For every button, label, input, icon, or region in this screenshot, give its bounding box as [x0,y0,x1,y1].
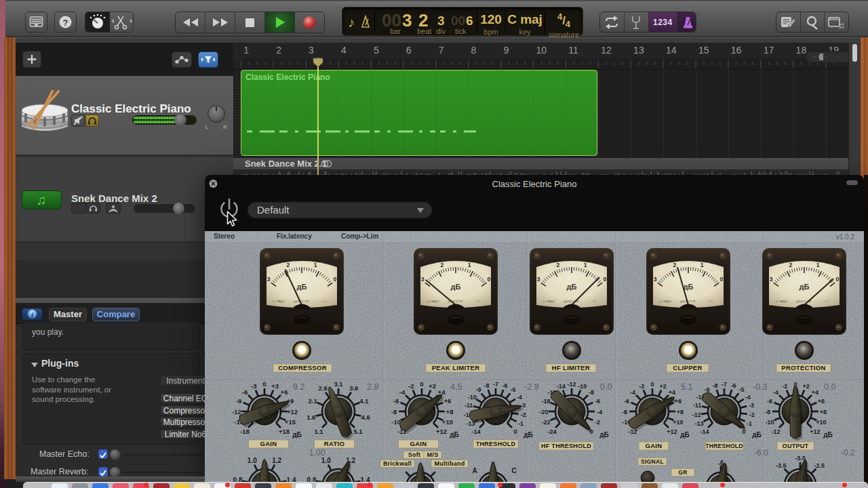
svg-text:-18: -18 [542,398,551,405]
svg-text:RATIO: RATIO [324,440,344,447]
svg-text:дБ: дБ [823,431,833,439]
svg-text:+2: +2 [429,382,436,390]
svg-text:-24: -24 [547,428,556,435]
svg-text:+6: +6 [818,398,825,405]
svg-text:1.2: 1.2 [272,457,281,464]
svg-text:◁▷ РАДІО: ◁▷ РАДІО [425,300,439,303]
svg-text:THRESHOLD: THRESHOLD [476,441,516,447]
svg-text:-10: -10 [468,394,477,401]
svg-text:3: 3 [267,276,271,283]
svg-text:☆ □: ☆ □ [591,300,596,303]
svg-text:4.5: 4.5 [450,382,462,392]
svg-text:+4: +4 [812,389,818,396]
svg-text:1.1: 1.1 [314,428,323,435]
svg-text:-6: -6 [502,382,507,389]
svg-text:-3: -3 [749,402,754,409]
svg-text:Multiband: Multiband [434,460,465,467]
svg-text:+4: +4 [438,388,446,396]
svg-text:◁▷ РАДІО: ◁▷ РАДІО [271,300,285,303]
svg-text:+12: +12 [436,428,447,435]
svg-text:-8: -8 [589,389,594,396]
svg-text:-12: -12 [771,428,780,435]
svg-text:дБ: дБ [680,431,690,439]
svg-text:3: 3 [421,276,425,283]
svg-text:GAIN: GAIN [410,440,427,447]
svg-text:+2: +2 [660,383,667,390]
svg-text:-7: -7 [722,381,727,388]
svg-text:0: 0 [604,276,607,283]
svg-text:-11: -11 [465,402,473,409]
svg-text:-2: -2 [595,419,600,426]
svg-text:0: 0 [420,380,423,388]
svg-text:1: 1 [584,262,587,268]
svg-text:☆ □: ☆ □ [707,300,713,303]
svg-text:0: 0 [488,276,491,283]
svg-text:M/S: M/S [427,451,439,458]
svg-text:1.4: 1.4 [287,476,296,482]
svg-text:-8: -8 [622,409,627,415]
svg-text:-3: -3 [251,382,256,390]
svg-text:+8: +8 [446,408,454,415]
svg-text:-8: -8 [765,409,770,415]
svg-text:дБ: дБ [684,283,694,291]
svg-text:-6: -6 [624,398,629,405]
svg-text:+18: +18 [279,428,290,435]
svg-text:+12: +12 [810,428,820,435]
svg-text:4.6: 4.6 [361,413,370,421]
svg-text:-2: -2 [782,383,787,390]
svg-text:дБ: дБ [752,431,762,439]
svg-text:2: 2 [673,262,676,268]
svg-text:+2: +2 [803,383,810,390]
svg-text:2: 2 [556,262,559,268]
svg-text:-14: -14 [700,428,709,435]
svg-text:CLIPPER: CLIPPER [673,364,702,371]
svg-text:Fix.latency: Fix.latency [277,232,312,240]
svg-text:-4: -4 [399,388,406,396]
svg-text:SIGNAL: SIGNAL [641,458,664,465]
svg-text:?: ? [63,18,68,28]
svg-text:-10: -10 [391,418,401,426]
svg-text:+4: +4 [669,389,675,396]
svg-text:+10: +10 [673,419,683,426]
svg-text:Stereo: Stereo [214,232,235,240]
svg-text:+10: +10 [442,418,453,426]
svg-text:0: 0 [334,276,337,283]
svg-text:-4: -4 [773,389,778,396]
svg-text:-2.5: -2.5 [814,462,825,469]
svg-text:0.0: 0.0 [824,382,835,392]
svg-text:3: 3 [770,276,773,283]
svg-text:THRESHOLD: THRESHOLD [705,443,743,449]
svg-text:5.1: 5.1 [353,428,363,435]
svg-text:2.1: 2.1 [308,397,317,405]
svg-text:+12: +12 [287,408,298,415]
svg-text:-8: -8 [484,382,489,389]
svg-text:v1.0.2: v1.0.2 [836,233,855,241]
svg-text:-9: -9 [236,397,241,405]
svg-text:☆ □: ☆ □ [475,300,480,303]
svg-text:3: 3 [654,276,657,283]
svg-text:1: 1 [468,262,471,268]
svg-text:дБ: дБ [451,283,461,291]
svg-text:-0.3: -0.3 [753,382,768,392]
svg-text:1: 1 [314,262,317,268]
svg-text:0: 0 [513,428,517,435]
svg-text:0: 0 [650,381,654,388]
svg-text:+6: +6 [281,388,288,396]
svg-text:-3.0: -3.0 [795,455,806,462]
svg-text:5.1: 5.1 [681,382,692,392]
svg-text:9.2: 9.2 [293,382,304,392]
svg-text:0: 0 [720,276,724,283]
svg-text:♪: ♪ [348,15,355,30]
svg-text:-14: -14 [557,383,566,390]
svg-text:Comp->Lim: Comp->Lim [341,232,378,240]
svg-text:GAIN: GAIN [646,442,663,449]
svg-text:2: 2 [789,262,792,268]
svg-text:3: 3 [537,276,540,283]
svg-text:-14: -14 [471,428,480,435]
svg-text:+6: +6 [443,397,451,405]
svg-text:-0.2: -0.2 [841,448,855,458]
svg-text:-5: -5 [511,386,516,393]
svg-text:+12: +12 [667,428,677,435]
svg-text:дБ: дБ [800,283,810,291]
svg-text:-2: -2 [408,382,414,390]
